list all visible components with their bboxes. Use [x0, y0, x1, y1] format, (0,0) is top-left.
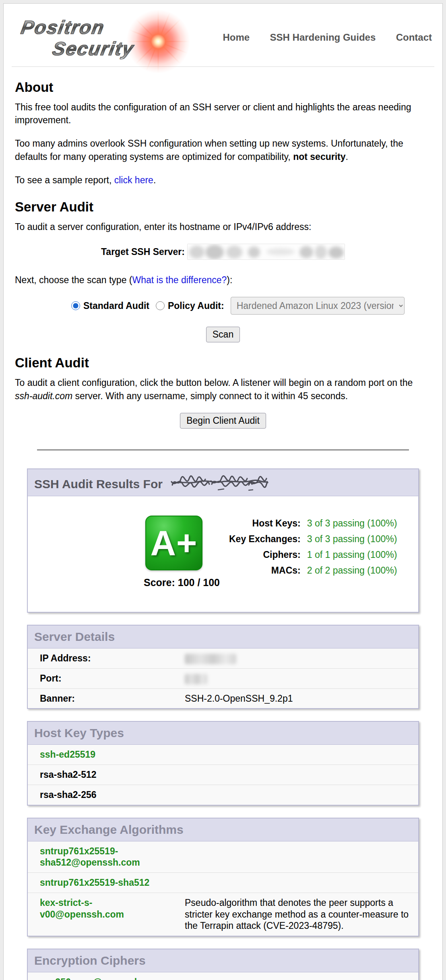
target-server-label: Target SSH Server:: [101, 247, 185, 257]
scan-button[interactable]: Scan: [206, 327, 240, 342]
about-paragraph-1: This free tool audits the configuration …: [15, 101, 431, 126]
about-p2-post: .: [346, 151, 348, 162]
table-row: Port:: [28, 668, 418, 688]
key-exchange-table: sntrup761x25519-sha512@openssh.com sntru…: [28, 841, 418, 936]
grade-column: A+ Score: 100 / 100: [144, 516, 204, 588]
encryption-ciphers-panel: Encryption Ciphers aes256-gcm@openssh.co…: [27, 949, 419, 980]
kex-note: Pseudo-algorithm that denotes the peer s…: [173, 893, 418, 936]
stat-row-ciphers: Ciphers: 1 of 1 passing (100%): [229, 547, 397, 563]
host-key-types-table: ssh-ed25519 rsa-sha2-512 rsa-sha2-256: [28, 745, 418, 804]
main-content: Positron Security Home SSH Hardening Gui…: [3, 3, 443, 980]
banner-label: Banner:: [28, 688, 173, 708]
grade-letter: A+: [151, 522, 198, 564]
nav-ssh-hardening-guides[interactable]: SSH Hardening Guides: [270, 32, 376, 43]
server-details-table: IP Address: Port: Banner: SSH-2.0-OpenSS…: [28, 648, 418, 709]
standard-audit-radio[interactable]: [71, 301, 80, 310]
policy-audit-radio[interactable]: [156, 301, 165, 310]
banner-value: SSH-2.0-OpenSSH_9.2p1: [173, 688, 418, 708]
scan-type-row: Next, choose the scan type (What is the …: [15, 273, 431, 286]
nav-home[interactable]: Home: [223, 32, 250, 43]
stat-label: Ciphers:: [229, 547, 307, 563]
results-panel-header: SSH Audit Results For: [28, 469, 418, 496]
scan-button-row: Scan: [15, 327, 431, 342]
about-heading: About: [15, 80, 431, 95]
table-row: aes256-gcm@openssh.com: [28, 972, 418, 980]
starburst-flare-icon: [126, 9, 190, 74]
encryption-ciphers-header: Encryption Ciphers: [28, 949, 418, 972]
scan-type-options: Standard Audit Policy Audit: Hardened Am…: [71, 297, 431, 315]
table-row: Banner: SSH-2.0-OpenSSH_9.2p1: [28, 688, 418, 708]
logo-word-security: Security: [51, 39, 136, 58]
stat-value: 2 of 2 passing (100%): [307, 563, 397, 578]
kex-name: kex-strict-s-v00@openssh.com: [28, 893, 173, 936]
header-divider: [12, 66, 434, 67]
logo-text: Positron Security: [21, 17, 134, 59]
site-header: Positron Security Home SSH Hardening Gui…: [12, 10, 434, 62]
sample-report-link[interactable]: click here: [114, 175, 153, 185]
ip-address-label: IP Address:: [28, 648, 173, 668]
redacted-hostname-scribble: [170, 474, 268, 491]
host-key-types-header: Host Key Types: [28, 722, 418, 745]
main-nav: Home SSH Hardening Guides Contact: [205, 12, 432, 43]
table-row: IP Address:: [28, 648, 418, 668]
redacted-ip-value: [185, 654, 236, 664]
client-audit-text: To audit a client configuration, click t…: [15, 377, 413, 388]
table-row: sntrup761x25519-sha512@openssh.com: [28, 841, 418, 873]
scan-type-post: ):: [227, 275, 232, 285]
key-exchange-header: Key Exchange Algorithms: [28, 818, 418, 841]
scan-type-text: Next, choose the scan type (: [15, 275, 132, 285]
results-title: SSH Audit Results For: [34, 477, 163, 491]
key-exchange-panel: Key Exchange Algorithms sntrup761x25519-…: [27, 818, 419, 937]
cipher-name: aes256-gcm@openssh.com: [28, 972, 173, 980]
client-audit-heading: Client Audit: [15, 355, 431, 371]
stat-label: Host Keys:: [229, 516, 307, 531]
target-server-row: Target SSH Server:: [15, 244, 431, 260]
policy-select[interactable]: Hardened Amazon Linux 2023 (version 1): [231, 297, 405, 315]
stat-label: MACs:: [229, 563, 307, 578]
table-row: rsa-sha2-256: [28, 785, 418, 804]
kex-note: [173, 841, 418, 873]
host-key-name: ssh-ed25519: [28, 745, 173, 765]
results-panel: SSH Audit Results For: [27, 468, 419, 613]
sample-report-post: .: [153, 175, 156, 185]
nav-contact[interactable]: Contact: [396, 32, 432, 43]
policy-audit-label: Policy Audit:: [168, 300, 224, 311]
host-key-types-panel: Host Key Types ssh-ed25519 rsa-sha2-512 …: [27, 721, 419, 805]
scan-type-difference-link[interactable]: What is the difference?: [132, 275, 227, 285]
about-paragraph-2: Too many admins overlook SSH configurati…: [15, 137, 431, 163]
client-audit-paragraph: To audit a client configuration, click t…: [15, 376, 431, 402]
stat-value: 1 of 1 passing (100%): [307, 547, 397, 563]
stat-value: 3 of 3 passing (100%): [307, 516, 397, 531]
score-text: Score: 100 / 100: [144, 577, 204, 588]
client-audit-button-row: Begin Client Audit: [15, 413, 431, 429]
server-details-header: Server Details: [28, 626, 418, 648]
client-audit-post: server. With any username, simply connec…: [72, 391, 348, 401]
stat-label: Key Exchanges:: [229, 531, 307, 547]
begin-client-audit-button[interactable]: Begin Client Audit: [180, 413, 266, 429]
logo-word-positron: Positron: [20, 17, 136, 37]
table-row: rsa-sha2-512: [28, 765, 418, 785]
encryption-ciphers-table: aes256-gcm@openssh.com: [28, 972, 418, 980]
server-details-panel: Server Details IP Address: Port: Banner:…: [27, 625, 419, 709]
sample-report-text: To see a sample report,: [15, 175, 114, 185]
server-audit-heading: Server Audit: [15, 199, 431, 215]
client-audit-domain: ssh-audit.com: [15, 391, 72, 401]
stat-row-macs: MACs: 2 of 2 passing (100%): [229, 563, 397, 578]
about-p2-bold: not security: [293, 151, 345, 162]
kex-name: sntrup761x25519-sha512@openssh.com: [28, 841, 173, 873]
stat-value: 3 of 3 passing (100%): [307, 531, 397, 547]
port-label: Port:: [28, 668, 173, 688]
standard-audit-label: Standard Audit: [83, 300, 149, 311]
host-key-name: rsa-sha2-512: [28, 765, 173, 785]
target-server-input[interactable]: [187, 244, 345, 260]
kex-name: sntrup761x25519-sha512: [28, 873, 173, 893]
about-paragraph-3: To see a sample report, click here.: [15, 174, 431, 186]
host-key-name: rsa-sha2-256: [28, 785, 173, 804]
kex-note: [173, 873, 418, 893]
grade-badge: A+: [145, 516, 202, 570]
table-row: sntrup761x25519-sha512: [28, 873, 418, 893]
results-stats: Host Keys: 3 of 3 passing (100%) Key Exc…: [229, 516, 397, 578]
stat-row-host-keys: Host Keys: 3 of 3 passing (100%): [229, 516, 397, 531]
table-row: kex-strict-s-v00@openssh.com Pseudo-algo…: [28, 893, 418, 936]
stat-row-key-exchanges: Key Exchanges: 3 of 3 passing (100%): [229, 531, 397, 547]
